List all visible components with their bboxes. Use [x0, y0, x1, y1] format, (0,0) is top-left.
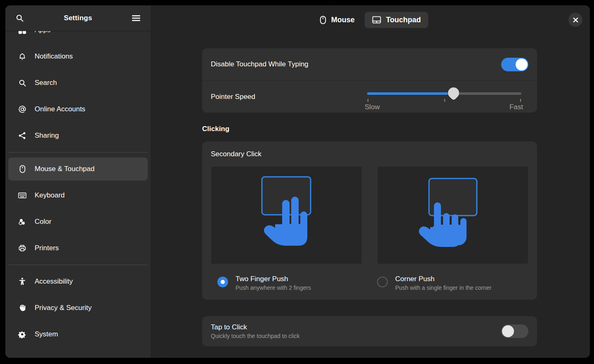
- sidebar-item-color[interactable]: Color: [8, 210, 148, 233]
- tab-mouse-label: Mouse: [331, 16, 355, 24]
- search-button[interactable]: [13, 11, 27, 25]
- search-icon: [18, 79, 26, 87]
- disable-while-typing-label: Disable Touchpad While Typing: [211, 60, 309, 68]
- disable-while-typing-row[interactable]: Disable Touchpad While Typing: [202, 48, 537, 80]
- slider-handle[interactable]: [446, 85, 462, 101]
- two-finger-push-radio[interactable]: [217, 277, 228, 287]
- slider-tick-min: [368, 99, 368, 102]
- slider-fill: [367, 92, 453, 95]
- view-switcher: Mouse Touchpad: [151, 5, 590, 34]
- sidebar-item-label: Privacy & Security: [35, 304, 92, 312]
- at-icon: [18, 105, 26, 113]
- clicking-section-heading: Clicking: [202, 125, 537, 133]
- tap-to-click-card[interactable]: Tap to Click Quickly touch the touchpad …: [202, 316, 537, 346]
- sidebar-item-label: Mouse & Touchpad: [35, 165, 94, 173]
- printer-icon: [18, 244, 26, 252]
- sidebar-item-printers[interactable]: Printers: [8, 237, 148, 260]
- secondary-click-illustrations: [211, 166, 528, 264]
- sidebar-item-notifications[interactable]: Notifications: [8, 45, 148, 68]
- accessibility-icon: [18, 277, 26, 286]
- two-finger-push-illustration[interactable]: [211, 166, 362, 264]
- two-finger-push-option[interactable]: Two Finger Push Push anywhere with 2 fin…: [211, 275, 377, 291]
- keyboard-icon: [18, 191, 26, 200]
- sidebar-divider: [8, 152, 148, 153]
- sidebar-item-sharing[interactable]: Sharing: [8, 124, 148, 147]
- main-area: Mouse Touchpad Disable Touc: [151, 5, 590, 358]
- sidebar-item-label: Color: [35, 218, 52, 226]
- main-menu-button[interactable]: [129, 11, 143, 25]
- tap-to-click-description: Quickly touch the touchpad to click: [211, 333, 300, 339]
- corner-push-illustration[interactable]: [377, 166, 528, 264]
- toggle-knob: [516, 59, 528, 70]
- two-finger-push-image: [225, 172, 349, 258]
- close-button[interactable]: [568, 13, 582, 27]
- desktop-background: Apps Notifications Sear: [0, 0, 594, 364]
- sidebar-item-online-accounts[interactable]: Online Accounts: [8, 98, 148, 121]
- tab-mouse[interactable]: Mouse: [312, 12, 362, 28]
- pointer-speed-slider[interactable]: Slow Fast: [367, 84, 521, 110]
- tap-to-click-toggle[interactable]: [501, 324, 528, 338]
- sidebar-item-mouse-touchpad[interactable]: Mouse & Touchpad: [8, 157, 148, 181]
- slider-min-label: Slow: [365, 103, 380, 111]
- mouse-icon: [320, 16, 326, 24]
- sidebar-item-label: System: [35, 330, 58, 338]
- gear-icon: [18, 330, 26, 338]
- search-icon: [16, 14, 24, 22]
- touchpad-settings-content: Disable Touchpad While Typing Pointer Sp…: [202, 48, 537, 346]
- sidebar-item-system[interactable]: System: [8, 323, 148, 346]
- sidebar-item-label: Search: [35, 79, 57, 87]
- sidebar-item-accessibility[interactable]: Accessibility: [8, 270, 148, 293]
- secondary-click-card: Secondary Click: [202, 141, 537, 300]
- bell-icon: [18, 52, 26, 61]
- settings-window: Apps Notifications Sear: [5, 5, 590, 358]
- color-icon: [18, 218, 26, 226]
- corner-push-image: [391, 172, 515, 258]
- sidebar-item-label: Printers: [35, 244, 59, 252]
- pointer-speed-label: Pointer Speed: [211, 93, 255, 101]
- mouse-icon: [18, 165, 26, 173]
- slider-tick-mid: [444, 99, 445, 102]
- tab-touchpad[interactable]: Touchpad: [365, 12, 429, 28]
- sidebar: Apps Notifications Sear: [5, 5, 151, 358]
- sidebar-item-search[interactable]: Search: [8, 71, 148, 94]
- secondary-click-options: Two Finger Push Push anywhere with 2 fin…: [211, 275, 528, 291]
- hand-icon: [18, 304, 26, 312]
- secondary-click-title: Secondary Click: [211, 150, 528, 158]
- corner-push-option[interactable]: Corner Push Push with a single finger in…: [377, 275, 491, 291]
- sidebar-title: Settings: [64, 14, 92, 22]
- sidebar-item-label: Keyboard: [35, 191, 65, 200]
- corner-push-description: Push with a single finger in the corner: [395, 284, 491, 291]
- sidebar-item-label: Notifications: [35, 52, 73, 61]
- sidebar-item-keyboard[interactable]: Keyboard: [8, 184, 148, 207]
- tap-to-click-label: Tap to Click: [211, 323, 300, 331]
- sidebar-item-privacy-security[interactable]: Privacy & Security: [8, 296, 148, 319]
- sidebar-item-label: Accessibility: [35, 277, 73, 286]
- toggle-knob: [502, 325, 514, 337]
- corner-push-label: Corner Push: [395, 275, 491, 283]
- sidebar-item-label: Online Accounts: [35, 105, 85, 113]
- corner-push-radio[interactable]: [377, 277, 388, 287]
- disable-while-typing-toggle[interactable]: [501, 58, 528, 71]
- two-finger-push-description: Push anywhere with 2 fingers: [236, 284, 311, 291]
- slider-max-label: Fast: [509, 103, 523, 111]
- slider-tick-max: [520, 99, 521, 102]
- tab-touchpad-label: Touchpad: [386, 16, 421, 24]
- touchpad-icon: [372, 16, 381, 23]
- two-finger-push-label: Two Finger Push: [236, 275, 311, 283]
- desktop-stars: [0, 0, 1, 1]
- share-icon: [18, 132, 26, 140]
- sidebar-header: Settings: [5, 5, 151, 31]
- sidebar-divider: [8, 265, 148, 265]
- pointer-speed-row: Pointer Speed Slow Fast: [202, 80, 537, 113]
- close-icon: [573, 17, 578, 23]
- sidebar-item-label: Sharing: [35, 132, 59, 140]
- sidebar-nav[interactable]: Apps Notifications Sear: [5, 5, 151, 358]
- hamburger-menu-icon: [132, 15, 141, 21]
- general-settings-card: Disable Touchpad While Typing Pointer Sp…: [202, 48, 537, 113]
